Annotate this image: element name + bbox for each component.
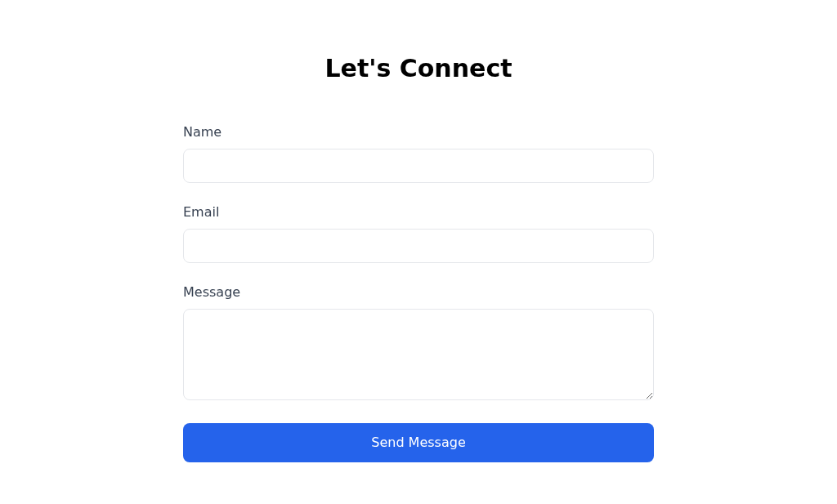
email-label: Email xyxy=(183,203,654,222)
name-input[interactable] xyxy=(183,149,654,183)
send-message-button[interactable]: Send Message xyxy=(183,423,654,462)
email-input[interactable] xyxy=(183,229,654,263)
name-field-group: Name xyxy=(183,123,654,183)
contact-form: Name Email Message Send Message xyxy=(183,123,654,462)
page-title: Let's Connect xyxy=(183,54,654,83)
contact-form-container: Let's Connect Name Email Message Send Me… xyxy=(183,0,654,462)
email-field-group: Email xyxy=(183,203,654,263)
message-field-group: Message xyxy=(183,283,654,404)
message-input[interactable] xyxy=(183,309,654,400)
message-label: Message xyxy=(183,283,654,302)
name-label: Name xyxy=(183,123,654,142)
